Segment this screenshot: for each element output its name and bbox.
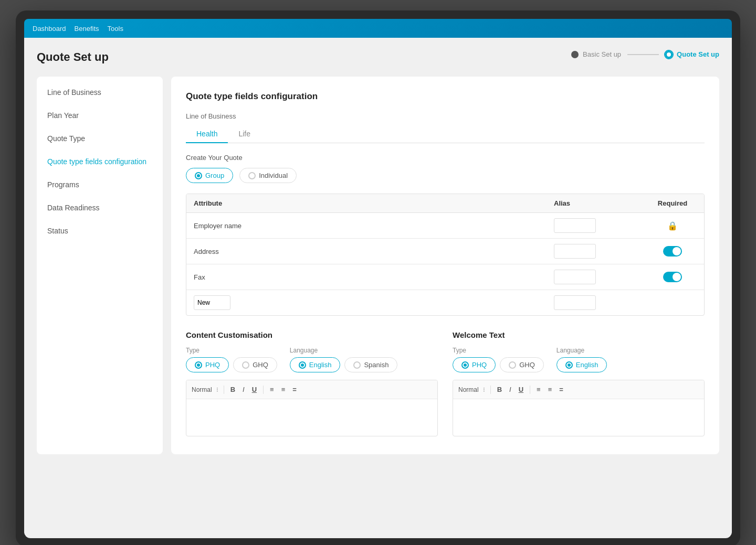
two-panel: Content Customisation Type PHQ — [186, 330, 705, 436]
radio-individual-btn[interactable]: Individual — [239, 168, 297, 183]
alias-address — [547, 239, 641, 264]
page-header: Quote Set up Basic Set up Quote Set up — [37, 50, 719, 64]
step1-dot — [571, 51, 579, 58]
page-title: Quote Set up — [37, 50, 109, 64]
lang-english-btn[interactable]: English — [290, 357, 341, 372]
new-attribute-input[interactable] — [194, 295, 230, 310]
attr-new — [186, 290, 547, 315]
welcome-underline-btn[interactable]: U — [517, 384, 526, 394]
welcome-text-title: Welcome Text — [453, 330, 705, 339]
sidebar-item-line-of-business[interactable]: Line of Business — [37, 81, 163, 104]
quote-type-radio-group: Group Individual — [186, 168, 705, 183]
align-btn[interactable]: = — [290, 384, 299, 394]
alias-employer-input[interactable] — [554, 218, 596, 233]
sidebar-item-quote-type-fields[interactable]: Quote type fields configuration — [37, 150, 163, 173]
content-customisation-title: Content Customisation — [186, 330, 438, 339]
welcome-ghq-label: GHQ — [519, 361, 535, 369]
lang-spanish-btn[interactable]: Spanish — [344, 357, 397, 372]
required-fax — [641, 266, 704, 287]
type-ghq-circle — [242, 361, 249, 369]
welcome-toolbar-divider-1 — [490, 386, 491, 394]
language-label: Language — [290, 347, 398, 354]
content-customisation-panel: Content Customisation Type PHQ — [186, 330, 438, 436]
device-frame: Dashboard Benefits Tools Quote Set up Ba… — [16, 10, 740, 545]
welcome-lang-group: Language English — [556, 347, 607, 372]
type-lang-row: Type PHQ GHQ — [186, 347, 438, 372]
required-address — [641, 241, 704, 262]
sidebar-item-programs[interactable]: Programs — [37, 173, 163, 196]
top-bar: Dashboard Benefits Tools — [24, 19, 732, 38]
table-row: Fax — [186, 264, 704, 290]
welcome-bold-btn[interactable]: B — [495, 384, 504, 394]
welcome-ghq-btn[interactable]: GHQ — [500, 357, 544, 372]
welcome-text-panel: Welcome Text Type PHQ — [453, 330, 705, 436]
sidebar-item-status[interactable]: Status — [37, 219, 163, 242]
sidebar-item-quote-type[interactable]: Quote Type — [37, 127, 163, 150]
welcome-editor-body[interactable] — [453, 399, 704, 436]
app-container: Quote Set up Basic Set up Quote Set up L… — [24, 38, 732, 538]
underline-btn[interactable]: U — [250, 384, 259, 394]
type-phq-label: PHQ — [205, 361, 220, 369]
toggle-fax[interactable] — [663, 272, 682, 282]
radio-group-btn[interactable]: Group — [186, 168, 233, 183]
welcome-list-unordered-btn[interactable]: ≡ — [546, 384, 554, 394]
step-quote: Quote Set up — [665, 50, 719, 58]
sidebar-item-plan-year[interactable]: Plan Year — [37, 104, 163, 127]
create-quote-label: Create Your Quote — [186, 154, 705, 162]
welcome-list-ordered-btn[interactable]: ≡ — [534, 384, 543, 394]
nav-dashboard[interactable]: Dashboard — [33, 25, 66, 33]
type-phq-btn[interactable]: PHQ — [186, 357, 229, 372]
content-area: Quote type fields configuration Line of … — [171, 77, 719, 454]
radio-circle-group — [195, 172, 202, 179]
table-header: Attribute Alias Required — [186, 194, 704, 213]
welcome-lang-english-circle — [565, 361, 573, 369]
content-editor-body[interactable] — [186, 399, 437, 436]
welcome-phq-btn[interactable]: PHQ — [453, 357, 496, 372]
lob-tabs: Health Life — [186, 125, 705, 143]
welcome-type-group: Type PHQ GHQ — [453, 347, 544, 372]
lang-english-label: English — [309, 361, 332, 369]
alias-address-input[interactable] — [554, 244, 596, 259]
sidebar-item-data-readiness[interactable]: Data Readiness — [37, 196, 163, 219]
language-options: English Spanish — [290, 357, 398, 372]
welcome-editor-toolbar: Normal ⁝ B I U ≡ ≡ = — [453, 380, 704, 399]
step-basic: Basic Set up — [571, 50, 621, 58]
welcome-align-btn[interactable]: = — [557, 384, 565, 394]
welcome-format-select[interactable]: Normal — [458, 386, 479, 393]
type-ghq-btn[interactable]: GHQ — [233, 357, 277, 372]
type-group: Type PHQ GHQ — [186, 347, 277, 372]
stepper: Basic Set up Quote Set up — [571, 50, 719, 58]
step2-dot — [665, 51, 673, 58]
welcome-italic-btn[interactable]: I — [507, 384, 513, 394]
alias-fax-input[interactable] — [554, 270, 596, 284]
italic-btn[interactable]: I — [240, 384, 247, 394]
radio-group-label: Group — [205, 172, 224, 179]
format-divider-icon: ⁝ — [216, 386, 218, 393]
attr-address: Address — [186, 242, 547, 261]
welcome-lang-english-btn[interactable]: English — [556, 357, 607, 372]
lang-group: Language English Spanish — [290, 347, 398, 372]
sidebar: Line of Business Plan Year Quote Type Qu… — [37, 77, 163, 454]
tab-life[interactable]: Life — [228, 125, 261, 143]
lang-english-circle — [299, 361, 306, 369]
type-label: Type — [186, 347, 277, 354]
section-title: Quote type fields configuration — [186, 91, 705, 102]
tab-health[interactable]: Health — [186, 125, 228, 143]
welcome-toolbar-divider-2 — [530, 386, 530, 394]
list-ordered-btn[interactable]: ≡ — [268, 384, 276, 394]
nav-benefits[interactable]: Benefits — [75, 25, 99, 33]
nav-tools[interactable]: Tools — [108, 25, 123, 33]
bold-btn[interactable]: B — [228, 384, 237, 394]
content-editor-box: Normal ⁝ B I U ≡ ≡ = — [186, 380, 438, 436]
welcome-ghq-circle — [509, 361, 516, 369]
welcome-format-divider-icon: ⁝ — [483, 386, 485, 393]
welcome-language-label: Language — [556, 347, 607, 354]
format-select[interactable]: Normal — [192, 386, 212, 393]
toggle-address[interactable] — [663, 246, 682, 257]
list-unordered-btn[interactable]: ≡ — [279, 384, 288, 394]
alias-new-input[interactable] — [554, 295, 596, 310]
table-row — [186, 290, 704, 315]
welcome-editor-box: Normal ⁝ B I U ≡ ≡ = — [453, 380, 705, 436]
welcome-type-lang-row: Type PHQ GHQ — [453, 347, 705, 372]
attr-employer-name: Employer name — [186, 217, 547, 235]
